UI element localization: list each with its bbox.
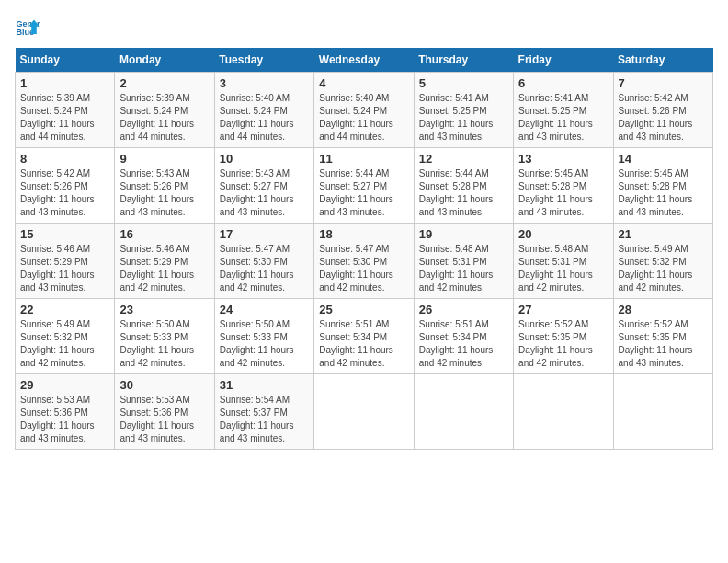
day-number: 30 (119, 378, 209, 392)
day-cell (514, 374, 613, 450)
day-number: 24 (220, 303, 309, 316)
week-row-3: 15Sunrise: 5:46 AM Sunset: 5:29 PM Dayli… (16, 224, 713, 299)
calendar-header-row: SundayMondayTuesdayWednesdayThursdayFrid… (16, 48, 713, 73)
day-info: Sunrise: 5:41 AM Sunset: 5:25 PM Dayligh… (419, 92, 508, 144)
day-cell: 12Sunrise: 5:44 AM Sunset: 5:28 PM Dayli… (414, 148, 513, 224)
day-info: Sunrise: 5:53 AM Sunset: 5:36 PM Dayligh… (20, 394, 109, 445)
day-cell: 15Sunrise: 5:46 AM Sunset: 5:29 PM Dayli… (16, 224, 115, 299)
day-number: 28 (619, 303, 708, 316)
day-number: 23 (119, 303, 209, 316)
day-cell (414, 374, 513, 450)
day-cell: 27Sunrise: 5:52 AM Sunset: 5:35 PM Dayli… (514, 299, 613, 374)
day-number: 6 (518, 76, 608, 90)
day-info: Sunrise: 5:48 AM Sunset: 5:31 PM Dayligh… (518, 243, 608, 294)
day-cell: 7Sunrise: 5:42 AM Sunset: 5:26 PM Daylig… (613, 73, 712, 148)
day-number: 15 (20, 227, 109, 241)
day-number: 26 (419, 303, 508, 316)
day-info: Sunrise: 5:50 AM Sunset: 5:33 PM Dayligh… (220, 318, 309, 370)
day-info: Sunrise: 5:41 AM Sunset: 5:25 PM Dayligh… (518, 92, 608, 144)
day-cell: 9Sunrise: 5:43 AM Sunset: 5:26 PM Daylig… (115, 148, 214, 224)
day-cell: 25Sunrise: 5:51 AM Sunset: 5:34 PM Dayli… (314, 299, 414, 374)
header-sunday: Sunday (16, 48, 115, 73)
day-info: Sunrise: 5:47 AM Sunset: 5:30 PM Dayligh… (319, 243, 408, 294)
day-info: Sunrise: 5:42 AM Sunset: 5:26 PM Dayligh… (619, 92, 708, 144)
day-cell: 31Sunrise: 5:54 AM Sunset: 5:37 PM Dayli… (214, 374, 313, 450)
day-cell: 5Sunrise: 5:41 AM Sunset: 5:25 PM Daylig… (414, 73, 513, 148)
day-cell: 21Sunrise: 5:49 AM Sunset: 5:32 PM Dayli… (613, 224, 712, 299)
day-info: Sunrise: 5:39 AM Sunset: 5:24 PM Dayligh… (119, 92, 209, 144)
day-number: 9 (119, 152, 209, 166)
day-number: 19 (419, 227, 508, 241)
day-info: Sunrise: 5:50 AM Sunset: 5:33 PM Dayligh… (119, 318, 209, 370)
day-info: Sunrise: 5:43 AM Sunset: 5:27 PM Dayligh… (220, 167, 309, 219)
header-saturday: Saturday (613, 48, 712, 73)
day-number: 1 (20, 76, 109, 90)
day-number: 11 (319, 152, 408, 166)
day-info: Sunrise: 5:49 AM Sunset: 5:32 PM Dayligh… (20, 318, 109, 370)
day-info: Sunrise: 5:45 AM Sunset: 5:28 PM Dayligh… (518, 167, 608, 219)
day-info: Sunrise: 5:51 AM Sunset: 5:34 PM Dayligh… (419, 318, 508, 370)
day-number: 25 (319, 303, 408, 316)
day-number: 20 (518, 227, 608, 241)
day-number: 21 (619, 227, 708, 241)
day-cell: 13Sunrise: 5:45 AM Sunset: 5:28 PM Dayli… (514, 148, 613, 224)
week-row-5: 29Sunrise: 5:53 AM Sunset: 5:36 PM Dayli… (16, 374, 713, 450)
day-number: 5 (419, 76, 508, 90)
day-cell: 23Sunrise: 5:50 AM Sunset: 5:33 PM Dayli… (115, 299, 214, 374)
day-number: 17 (220, 227, 309, 241)
day-number: 31 (220, 378, 309, 392)
day-cell: 26Sunrise: 5:51 AM Sunset: 5:34 PM Dayli… (414, 299, 513, 374)
day-number: 7 (619, 76, 708, 90)
day-number: 29 (20, 378, 109, 392)
day-info: Sunrise: 5:42 AM Sunset: 5:26 PM Dayligh… (20, 167, 109, 219)
day-number: 2 (119, 76, 209, 90)
header-thursday: Thursday (414, 48, 513, 73)
day-cell: 10Sunrise: 5:43 AM Sunset: 5:27 PM Dayli… (214, 148, 313, 224)
header-monday: Monday (115, 48, 214, 73)
day-cell: 20Sunrise: 5:48 AM Sunset: 5:31 PM Dayli… (514, 224, 613, 299)
day-cell: 3Sunrise: 5:40 AM Sunset: 5:24 PM Daylig… (214, 73, 313, 148)
day-cell: 1Sunrise: 5:39 AM Sunset: 5:24 PM Daylig… (16, 73, 115, 148)
day-cell (314, 374, 414, 450)
day-number: 10 (220, 152, 309, 166)
day-cell: 17Sunrise: 5:47 AM Sunset: 5:30 PM Dayli… (214, 224, 313, 299)
calendar-table: SundayMondayTuesdayWednesdayThursdayFrid… (15, 48, 713, 450)
day-cell: 14Sunrise: 5:45 AM Sunset: 5:28 PM Dayli… (613, 148, 712, 224)
day-cell: 30Sunrise: 5:53 AM Sunset: 5:36 PM Dayli… (115, 374, 214, 450)
day-cell: 18Sunrise: 5:47 AM Sunset: 5:30 PM Dayli… (314, 224, 414, 299)
day-cell: 29Sunrise: 5:53 AM Sunset: 5:36 PM Dayli… (16, 374, 115, 450)
day-info: Sunrise: 5:46 AM Sunset: 5:29 PM Dayligh… (20, 243, 109, 294)
day-info: Sunrise: 5:49 AM Sunset: 5:32 PM Dayligh… (619, 243, 708, 294)
day-cell: 6Sunrise: 5:41 AM Sunset: 5:25 PM Daylig… (514, 73, 613, 148)
logo-icon: General Blue (15, 15, 40, 40)
day-number: 12 (419, 152, 508, 166)
day-number: 4 (319, 76, 408, 90)
day-info: Sunrise: 5:39 AM Sunset: 5:24 PM Dayligh… (20, 92, 109, 144)
day-number: 16 (119, 227, 209, 241)
day-cell: 4Sunrise: 5:40 AM Sunset: 5:24 PM Daylig… (314, 73, 414, 148)
week-row-1: 1Sunrise: 5:39 AM Sunset: 5:24 PM Daylig… (16, 73, 713, 148)
day-cell: 16Sunrise: 5:46 AM Sunset: 5:29 PM Dayli… (115, 224, 214, 299)
week-row-4: 22Sunrise: 5:49 AM Sunset: 5:32 PM Dayli… (16, 299, 713, 374)
day-info: Sunrise: 5:44 AM Sunset: 5:27 PM Dayligh… (319, 167, 408, 219)
day-number: 3 (220, 76, 309, 90)
day-info: Sunrise: 5:52 AM Sunset: 5:35 PM Dayligh… (619, 318, 708, 370)
day-info: Sunrise: 5:44 AM Sunset: 5:28 PM Dayligh… (419, 167, 508, 219)
day-info: Sunrise: 5:46 AM Sunset: 5:29 PM Dayligh… (119, 243, 209, 294)
day-info: Sunrise: 5:48 AM Sunset: 5:31 PM Dayligh… (419, 243, 508, 294)
day-cell: 22Sunrise: 5:49 AM Sunset: 5:32 PM Dayli… (16, 299, 115, 374)
day-info: Sunrise: 5:54 AM Sunset: 5:37 PM Dayligh… (220, 394, 309, 445)
logo: General Blue (15, 15, 42, 40)
day-info: Sunrise: 5:40 AM Sunset: 5:24 PM Dayligh… (220, 92, 309, 144)
day-cell: 8Sunrise: 5:42 AM Sunset: 5:26 PM Daylig… (16, 148, 115, 224)
page-header: General Blue (15, 15, 713, 40)
day-cell: 11Sunrise: 5:44 AM Sunset: 5:27 PM Dayli… (314, 148, 414, 224)
day-info: Sunrise: 5:53 AM Sunset: 5:36 PM Dayligh… (119, 394, 209, 445)
header-wednesday: Wednesday (314, 48, 414, 73)
day-cell: 2Sunrise: 5:39 AM Sunset: 5:24 PM Daylig… (115, 73, 214, 148)
day-info: Sunrise: 5:51 AM Sunset: 5:34 PM Dayligh… (319, 318, 408, 370)
day-info: Sunrise: 5:43 AM Sunset: 5:26 PM Dayligh… (119, 167, 209, 219)
week-row-2: 8Sunrise: 5:42 AM Sunset: 5:26 PM Daylig… (16, 148, 713, 224)
day-info: Sunrise: 5:45 AM Sunset: 5:28 PM Dayligh… (619, 167, 708, 219)
day-number: 8 (20, 152, 109, 166)
